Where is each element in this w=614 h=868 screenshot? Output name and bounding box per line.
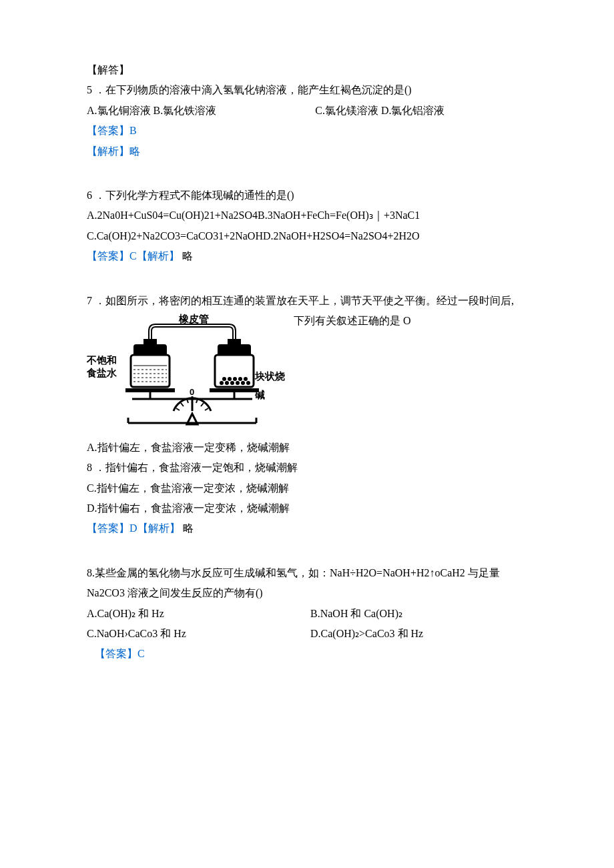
right-bottle-icon [215,339,254,387]
document-page: 【解答】 5 ．在下列物质的溶液中滴入氢氧化钠溶液，能产生红褐色沉淀的是() A… [0,0,614,868]
q7-stem: 7 ．如图所示，将密闭的相互连通的装置放在天平上，调节天平使之平衡。经过一段时间… [87,291,534,311]
svg-line-30 [201,403,204,406]
explanation-value: 略 [183,522,194,534]
label-left-1: 不饱和 [87,354,117,366]
q8-option-a: A.Ca(OH)₂ 和 Hz [87,604,310,624]
left-bottle-icon [131,339,170,387]
svg-line-26 [181,403,184,406]
svg-rect-21 [210,388,259,392]
svg-rect-1 [131,355,170,387]
q5-number: 5 [87,84,92,95]
label-left: 不饱和 食盐水 [87,354,117,380]
q7-option-a: A.指针偏左，食盐溶液一定变稀，烧碱潮解 [87,438,534,458]
svg-point-12 [236,381,240,385]
q5-option-ab: A.氯化铜溶液 B.氯化铁溶液 [87,105,216,116]
q5-text: ．在下列物质的溶液中滴入氢氧化钠溶液，能产生红褐色沉淀的是() [95,84,412,95]
question-5: 5 ．在下列物质的溶液中滴入氢氧化钠溶液，能产生红褐色沉淀的是() A.氯化铜溶… [87,80,534,161]
q6-number: 6 [87,189,92,201]
q8-option-d: D.Ca(OH)₂>CaCo3 和 Hz [310,624,534,644]
label-zero: 0 [190,384,194,401]
q7-optb-text: ．指针偏右，食盐溶液一定饱和，烧碱潮解 [95,462,298,473]
svg-point-14 [246,381,250,385]
explanation-value: 略 [182,250,193,262]
q6-line1: A.2Na0H+CuS04=Cu(OH)21+Na2SO4B.3NaOH+FeC… [87,205,534,226]
q8-answer: 【答案】C [87,644,534,664]
answer-label: 【答案】 [87,250,129,262]
q6-line2: C.Ca(OH)2+Na2CO3=CaCO31+2NaOHD.2NaOH+H2S… [87,226,534,246]
svg-point-11 [230,381,234,385]
svg-point-18 [238,377,242,381]
q7-figure: 橡皮管 不饱和 食盐水 块状烧碱 0 [87,311,287,438]
q7-side-para: 下列有关叙述正确的是 O [294,311,534,331]
svg-point-10 [225,381,229,385]
q7-answer-line: 【答案】D【解析】 略 [87,518,534,538]
q7-text: ．如图所示，将密闭的相互连通的装置放在天平上，调节天平使之平衡。经过一段时间后, [95,295,514,306]
q8-option-c: C.NaOH›CaCo3 和 Hz [87,624,310,644]
svg-rect-7 [228,339,241,344]
answer-label: 【答案】 [95,648,137,659]
svg-rect-20 [125,388,175,392]
q8-stem1: 8.某些金属的氢化物与水反应可生成碱和氢气，如：NaH÷H2O=NaOH+H2↑… [87,563,534,583]
q7-option-b: 8 ．指针偏右，食盐溶液一定饱和，烧碱潮解 [87,458,534,478]
svg-line-31 [205,408,208,410]
svg-point-16 [228,377,232,381]
answer-value: C [137,648,145,659]
answer-value: C [129,250,137,262]
q7-answer: 【答案】D【解析】 [87,522,183,534]
q5-answer: 【答案】B [87,121,534,141]
svg-point-9 [220,381,224,385]
explanation-label: 【解析】 [87,145,129,157]
explanation-value: 略 [129,145,140,157]
q6-answer-line: 【答案】C【解析】 略 [87,246,534,266]
q6-text: ．下列化学方程式不能体现碱的通性的是() [95,189,294,201]
svg-line-25 [176,408,180,410]
label-tube: 橡皮管 [179,310,209,329]
q5-stem: 5 ．在下列物质的溶液中滴入氢氧化钠溶液，能产生红褐色沉淀的是() [87,80,534,100]
label-right: 块状烧碱 [255,367,287,405]
q7-figure-row: 橡皮管 不饱和 食盐水 块状烧碱 0 下列有关叙述正确的是 O [87,311,534,438]
balance-diagram: 橡皮管 不饱和 食盐水 块状烧碱 0 [87,311,287,438]
q6-stem: 6 ．下列化学方程式不能体现碱的通性的是() [87,185,534,205]
svg-point-13 [241,381,245,385]
q7-side-text: 下列有关叙述正确的是 O [287,311,534,331]
q7-option-c: C.指针偏左，食盐溶液一定变浓，烧碱潮解 [87,478,534,498]
q5-option-cd: C.氯化镁溶液 D.氯化铝溶液 [315,105,444,116]
q8-stem2: Na2CO3 溶液之间发生反应的产物有() [87,583,534,603]
svg-point-17 [233,377,237,381]
answer-label: 【答案】 [87,125,129,136]
section-header: 【解答】 [87,60,534,80]
question-8: 8.某些金属的氢化物与水反应可生成碱和氢气，如：NaH÷H2O=NaOH+H2↑… [87,563,534,665]
svg-rect-0 [143,339,157,344]
q7-number: 7 [87,295,92,306]
q7-optb-num: 8 [87,462,92,473]
q5-options: A.氯化铜溶液 B.氯化铁溶液 C.氯化镁溶液 D.氯化铝溶液 [87,101,534,121]
q8-options-row1: A.Ca(OH)₂ 和 Hz B.NaOH 和 Ca(OH)₂ [87,604,534,624]
question-7: 7 ．如图所示，将密闭的相互连通的装置放在天平上，调节天平使之平衡。经过一段时间… [87,291,534,539]
answer-value: B [129,125,137,136]
question-6: 6 ．下列化学方程式不能体现碱的通性的是() A.2Na0H+CuS04=Cu(… [87,185,534,267]
q8-options-row2: C.NaOH›CaCo3 和 Hz D.Ca(OH)₂>CaCo3 和 Hz [87,624,534,644]
svg-point-15 [222,377,226,381]
explanation-label: 【解析】 [137,250,180,262]
q8-option-b: B.NaOH 和 Ca(OH)₂ [310,604,534,624]
q7-option-d: D.指针偏右，食盐溶液一定变浓，烧碱潮解 [87,498,534,518]
label-left-2: 食盐水 [87,367,117,378]
explanation-label: 【解析】 [137,522,180,534]
q6-answer: 【答案】C【解析】 [87,250,182,262]
q5-explanation: 【解析】略 [87,141,534,161]
answer-label: 【答案】 [87,522,129,534]
svg-point-19 [244,377,248,381]
answer-value: D [129,522,137,534]
